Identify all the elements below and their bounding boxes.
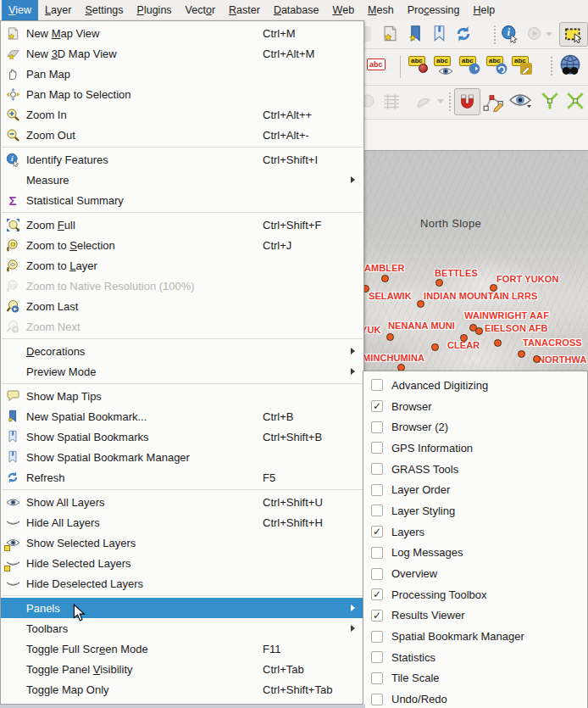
menubar-item-view[interactable]: View	[2, 0, 38, 20]
menu-item-zoom-to-selection[interactable]: Zoom to Selection Ctrl+J	[1, 235, 363, 255]
menu-item-toolbars[interactable]: Toolbars	[1, 618, 363, 638]
menu-item-toggle-panel-visibility[interactable]: Toggle Panel Visibility Ctrl+Tab	[1, 659, 363, 679]
menubar-item-mesh[interactable]: Mesh	[361, 0, 401, 20]
checkbox-unchecked[interactable]	[371, 379, 383, 391]
menu-item-zoom-last[interactable]: Zoom Last	[1, 296, 363, 316]
menu-item-hide-selected-layers[interactable]: Hide Selected Layers	[1, 553, 363, 573]
checkbox-unchecked[interactable]	[371, 547, 383, 559]
change-label-icon[interactable]: abc	[512, 56, 529, 66]
checkbox-unchecked[interactable]	[371, 463, 383, 475]
zoom-to-layer-icon	[4, 258, 21, 274]
labeling-icon[interactable]: abc	[367, 59, 386, 70]
checkbox-checked[interactable]: ✓	[371, 526, 383, 538]
menu-item-zoom-in[interactable]: Zoom In Ctrl+Alt++	[1, 104, 363, 125]
new-bookmark-icon[interactable]	[407, 25, 424, 42]
checkbox-unchecked[interactable]	[371, 442, 383, 454]
menu-item-new-spatial-bookmark[interactable]: New Spatial Bookmark... Ctrl+B	[1, 406, 363, 426]
menu-item-preview-mode[interactable]: Preview Mode	[1, 361, 363, 382]
menubar-item-layer[interactable]: Layer	[38, 0, 78, 20]
menu-item-hide-deselected-layers[interactable]: Hide Deselected Layers	[1, 573, 363, 594]
panel-item-gps-information[interactable]: GPS Information	[363, 438, 587, 459]
dropdown-caret-icon[interactable]	[546, 32, 552, 36]
menu-item-zoom-to-layer[interactable]: Zoom to Layer	[1, 255, 363, 276]
show-hide-labels-icon[interactable]: abc	[434, 56, 451, 66]
rotate-label-icon[interactable]: abc	[486, 56, 503, 66]
menubar-item-database[interactable]: Database	[267, 0, 326, 20]
topology-y-icon[interactable]	[539, 90, 561, 112]
map-canvas[interactable]: North Slope AMBLER BETTLES FORT YUKON SE…	[363, 151, 588, 371]
checkbox-unchecked[interactable]	[371, 672, 383, 684]
panel-item-statistics[interactable]: Statistics	[363, 647, 587, 668]
checkbox-checked[interactable]: ✓	[371, 610, 383, 622]
submenu-arrow-icon	[351, 348, 363, 354]
panel-item-browser[interactable]: ✓Browser	[363, 396, 587, 417]
panel-item-spatial-bookmark-manager[interactable]: Spatial Bookmark Manager	[363, 626, 587, 647]
panel-item-browser-2[interactable]: Browser (2)	[363, 416, 587, 438]
menu-item-pan-map-to-selection[interactable]: Pan Map to Selection	[1, 84, 363, 104]
pin-labels-icon[interactable]: abc	[408, 56, 425, 66]
menu-item-toggle-full-screen-mode[interactable]: Toggle Full Screen Mode F11	[1, 638, 363, 659]
checkbox-unchecked[interactable]	[371, 651, 383, 663]
menu-item-new-3d-map-view[interactable]: New 3D Map View Ctrl+Alt+M	[1, 43, 363, 64]
menu-item-measure[interactable]: Measure	[1, 170, 363, 190]
airport-marker	[397, 364, 405, 371]
menubar-item-vector[interactable]: Vector	[179, 0, 222, 20]
panel-item-log-messages[interactable]: Log Messages	[363, 543, 587, 564]
panel-item-results-viewer[interactable]: ✓Results Viewer	[363, 605, 587, 627]
menu-item-statistical-summary[interactable]: Σ Statistical Summary	[1, 190, 363, 210]
menu-item-refresh[interactable]: Refresh F5	[1, 467, 363, 488]
checkbox-unchecked[interactable]	[371, 505, 383, 516]
panel-item-overview[interactable]: Overview	[363, 563, 587, 584]
menu-item-new-map-view[interactable]: New Map View Ctrl+M	[1, 23, 363, 43]
checkbox-checked[interactable]: ✓	[371, 400, 383, 412]
run-feature-action-icon	[525, 25, 543, 42]
show-bookmarks-icon[interactable]	[430, 25, 448, 42]
menubar-item-settings[interactable]: Settings	[78, 0, 130, 20]
snapping-icon[interactable]	[454, 88, 480, 115]
checkbox-unchecked[interactable]	[371, 631, 383, 643]
identify-features-icon[interactable]: i	[501, 25, 519, 43]
show-unplaced-labels-icon[interactable]	[508, 92, 532, 109]
panel-item-undo-redo[interactable]: Undo/Redo	[363, 688, 587, 708]
dropdown-caret-icon[interactable]	[437, 99, 444, 103]
panel-item-processing-toolbox[interactable]: ✓Processing Toolbox	[363, 584, 587, 605]
menu-item-hide-all-layers[interactable]: Hide All Layers Ctrl+Shift+H	[1, 512, 363, 532]
vertex-tool-icon[interactable]	[483, 91, 504, 112]
panel-item-advanced-digitizing[interactable]: Advanced Digitizing	[363, 375, 587, 396]
checkbox-unchecked[interactable]	[371, 568, 383, 580]
menu-item-panels[interactable]: Panels	[1, 598, 363, 618]
new-map-view-icon[interactable]	[381, 25, 399, 42]
menu-item-identify-features[interactable]: i Identify Features Ctrl+Shift+I	[1, 149, 363, 170]
menubar-item-web[interactable]: Web	[325, 0, 361, 20]
panel-item-layer-order[interactable]: Layer Order	[363, 479, 587, 500]
menu-item-pan-map[interactable]: Pan Map	[1, 64, 363, 84]
menubar-item-plugins[interactable]: Plugins	[130, 0, 179, 20]
menubar-item-help[interactable]: Help	[467, 0, 502, 20]
menubar-item-processing[interactable]: Processing	[401, 0, 467, 20]
panel-item-tile-scale[interactable]: Tile Scale	[363, 668, 587, 689]
menu-item-zoom-out[interactable]: Zoom Out Ctrl+Alt+-	[1, 125, 363, 145]
refresh-icon[interactable]	[454, 25, 473, 43]
menu-item-show-spatial-bookmark-manager[interactable]: Show Spatial Bookmark Manager	[1, 447, 363, 467]
menu-item-zoom-full[interactable]: Zoom Full Ctrl+Shift+F	[1, 215, 363, 235]
checkbox-unchecked[interactable]	[371, 421, 383, 433]
menu-item-toggle-map-only[interactable]: Toggle Map Only Ctrl+Shift+Tab	[1, 679, 363, 700]
checkbox-checked[interactable]: ✓	[371, 588, 383, 600]
panel-item-layer-styling[interactable]: Layer Styling	[363, 500, 587, 521]
checkbox-unchecked[interactable]	[371, 484, 383, 496]
menu-item-show-all-layers[interactable]: Show All Layers Ctrl+Shift+U	[1, 492, 363, 512]
select-rectangle-icon[interactable]	[559, 22, 588, 47]
menu-item-show-spatial-bookmarks[interactable]: Show Spatial Bookmarks Ctrl+Shift+B	[1, 426, 363, 447]
view-menu: New Map View Ctrl+M New 3D Map View Ctrl…	[0, 20, 364, 705]
menu-item-show-selected-layers[interactable]: Show Selected Layers	[1, 532, 363, 553]
metasearch-icon[interactable]	[557, 53, 583, 79]
panel-item-grass-tools[interactable]: GRASS Tools	[363, 459, 587, 480]
svg-text:1:1: 1:1	[9, 282, 16, 287]
menubar-item-raster[interactable]: Raster	[222, 0, 267, 20]
menu-item-show-map-tips[interactable]: Show Map Tips	[1, 386, 363, 406]
topology-x-icon[interactable]	[564, 90, 586, 112]
panel-item-layers[interactable]: ✓Layers	[363, 521, 587, 543]
move-label-icon[interactable]: abc	[459, 56, 476, 66]
menu-item-decorations[interactable]: Decorations	[1, 341, 363, 361]
checkbox-unchecked[interactable]	[371, 694, 383, 705]
